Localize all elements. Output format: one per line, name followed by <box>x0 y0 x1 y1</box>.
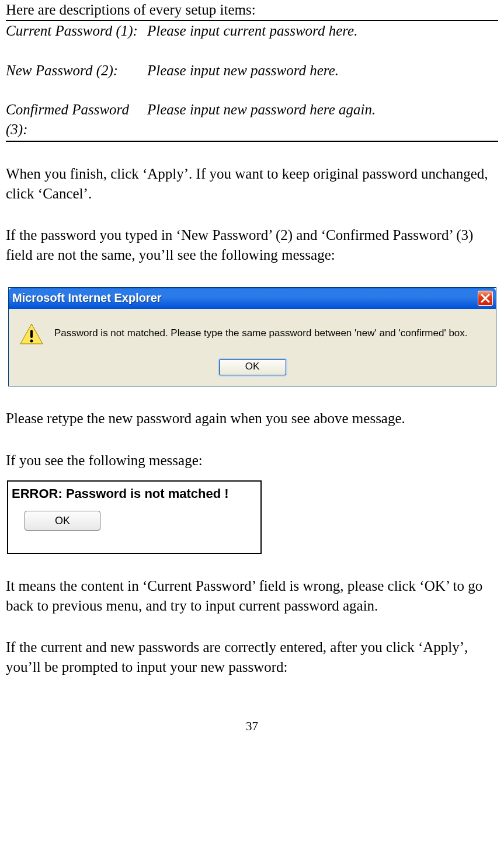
ok-button[interactable]: OK <box>25 511 100 531</box>
svg-rect-0 <box>30 330 33 338</box>
error-message: ERROR: Password is not matched ! <box>12 485 257 503</box>
definition-description: Please input current password here. <box>147 21 498 41</box>
warning-icon <box>19 323 44 345</box>
definition-description: Please input new password here. <box>147 61 498 81</box>
dialog-title: Microsoft Internet Explorer <box>12 290 162 306</box>
definition-row-new: New Password (2): Please input new passw… <box>6 61 498 81</box>
definition-row-current: Current Password (1): Please input curre… <box>6 21 498 41</box>
alert-dialog: Microsoft Internet Explorer Password is … <box>8 287 496 386</box>
error-dialog: ERROR: Password is not matched ! OK <box>7 480 262 554</box>
ok-button[interactable]: OK <box>219 359 286 375</box>
definition-label: New Password (2): <box>6 61 147 81</box>
definitions-table: Current Password (1): Please input curre… <box>6 21 498 142</box>
close-icon <box>479 292 491 304</box>
paragraph-3: Please retype the new password again whe… <box>6 409 498 428</box>
definition-row-confirmed: Confirmed Password (3): Please input new… <box>6 100 498 140</box>
close-button[interactable] <box>478 291 493 306</box>
definition-label: Confirmed Password (3): <box>6 100 147 140</box>
page-number: 37 <box>6 718 498 734</box>
definition-label: Current Password (1): <box>6 21 147 41</box>
intro-text: Here are descriptions of every setup ite… <box>6 0 498 21</box>
paragraph-4: If you see the following message: <box>6 451 498 470</box>
dialog-titlebar: Microsoft Internet Explorer <box>9 288 496 309</box>
paragraph-2: If the password you typed in ‘New Passwo… <box>6 225 498 265</box>
paragraph-1: When you finish, click ‘Apply’. If you w… <box>6 164 498 204</box>
page-content: Here are descriptions of every setup ite… <box>0 0 504 781</box>
dialog-body: Password is not matched. Please type the… <box>9 309 496 386</box>
paragraph-5: It means the content in ‘Current Passwor… <box>6 576 498 616</box>
svg-point-1 <box>30 339 33 342</box>
definition-description: Please input new password here again. <box>147 100 498 120</box>
paragraph-6: If the current and new passwords are cor… <box>6 637 498 677</box>
dialog-message: Password is not matched. Please type the… <box>54 327 468 340</box>
